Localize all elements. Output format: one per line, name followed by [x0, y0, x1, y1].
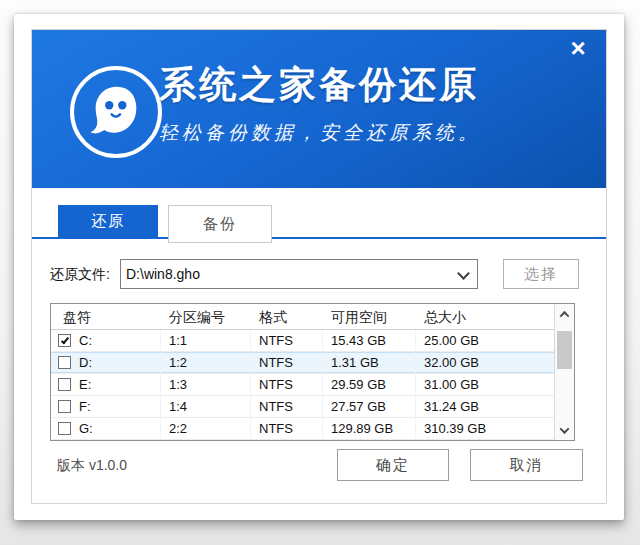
app-window: × 系统之家备份还原 轻松备份数据，安全还原系统。 还原 备份 还原文件: — [14, 14, 624, 520]
drive-cell: F: — [51, 396, 161, 417]
format-cell: NTFS — [251, 396, 323, 417]
tab-underline — [32, 237, 606, 239]
table-scrollbar[interactable] — [554, 304, 574, 440]
format-cell: NTFS — [251, 374, 323, 395]
close-icon: × — [570, 35, 585, 61]
scroll-up-icon — [560, 310, 570, 320]
check-icon — [60, 335, 68, 344]
ghost-icon — [85, 81, 147, 143]
total-size-cell: 25.00 GB — [416, 330, 532, 351]
table-row[interactable]: C:1:1NTFS15.43 GB25.00 GB — [51, 330, 574, 352]
partition-table-body: C:1:1NTFS15.43 GB25.00 GBD:1:2NTFS1.31 G… — [51, 330, 574, 440]
row-checkbox[interactable] — [58, 422, 71, 435]
format-cell: NTFS — [251, 418, 323, 439]
drive-cell: D: — [51, 352, 161, 373]
tab-restore[interactable]: 还原 — [58, 205, 158, 237]
app-logo — [70, 66, 162, 158]
app-title: 系统之家备份还原 — [159, 60, 481, 110]
tab-bar: 还原 备份 — [32, 205, 606, 245]
free-space-cell: 27.57 GB — [323, 396, 416, 417]
partition-table: 盘符 分区编号 格式 可用空间 总大小 C:1:1NTFS15.43 GB25.… — [50, 303, 575, 441]
version-label: 版本 v1.0.0 — [57, 449, 127, 481]
cancel-button[interactable]: 取消 — [470, 449, 583, 481]
row-checkbox[interactable] — [58, 356, 71, 369]
partition-cell: 1:4 — [161, 396, 251, 417]
format-cell: NTFS — [251, 352, 323, 373]
total-size-cell: 31.00 GB — [416, 374, 532, 395]
drive-label: G: — [79, 421, 93, 436]
restore-file-combobox[interactable]: D:\win8.gho — [120, 259, 478, 289]
content-panel: × 系统之家备份还原 轻松备份数据，安全还原系统。 还原 备份 还原文件: — [31, 29, 607, 504]
col-partition[interactable]: 分区编号 — [161, 304, 251, 329]
drive-label: F: — [79, 399, 91, 414]
drive-label: D: — [79, 355, 92, 370]
drive-label: C: — [79, 333, 92, 348]
total-size-cell: 310.39 GB — [416, 418, 532, 439]
partition-cell: 1:1 — [161, 330, 251, 351]
row-checkbox[interactable] — [58, 334, 71, 347]
table-header: 盘符 分区编号 格式 可用空间 总大小 — [51, 304, 574, 330]
ok-button[interactable]: 确定 — [337, 449, 449, 481]
table-row[interactable]: E:1:3NTFS29.59 GB31.00 GB — [51, 374, 574, 396]
app-header: × 系统之家备份还原 轻松备份数据，安全还原系统。 — [32, 30, 606, 188]
free-space-cell: 1.31 GB — [323, 352, 416, 373]
table-row[interactable]: D:1:2NTFS1.31 GB32.00 GB — [51, 352, 574, 374]
partition-cell: 1:2 — [161, 352, 251, 373]
scroll-up-button[interactable] — [555, 305, 574, 323]
drive-label: E: — [79, 377, 91, 392]
drive-cell: E: — [51, 374, 161, 395]
scrollbar-thumb[interactable] — [557, 331, 572, 369]
total-size-cell: 32.00 GB — [416, 352, 532, 373]
free-space-cell: 15.43 GB — [323, 330, 416, 351]
tab-backup[interactable]: 备份 — [168, 205, 272, 243]
restore-file-label: 还原文件: — [50, 259, 110, 289]
drive-cell: C: — [51, 330, 161, 351]
restore-file-row: 还原文件: D:\win8.gho 选择 — [32, 259, 606, 289]
free-space-cell: 129.89 GB — [323, 418, 416, 439]
format-cell: NTFS — [251, 330, 323, 351]
free-space-cell: 29.59 GB — [323, 374, 416, 395]
scroll-down-icon — [560, 424, 570, 434]
dropdown-chevron-icon[interactable] — [457, 267, 470, 280]
col-drive[interactable]: 盘符 — [51, 304, 161, 329]
col-free[interactable]: 可用空间 — [323, 304, 416, 329]
choose-file-button[interactable]: 选择 — [503, 259, 579, 289]
row-checkbox[interactable] — [58, 378, 71, 391]
partition-cell: 2:2 — [161, 418, 251, 439]
partition-cell: 1:3 — [161, 374, 251, 395]
table-row[interactable]: G:2:2NTFS129.89 GB310.39 GB — [51, 418, 574, 440]
table-row[interactable]: F:1:4NTFS27.57 GB31.24 GB — [51, 396, 574, 418]
app-subtitle: 轻松备份数据，安全还原系统。 — [159, 120, 481, 146]
footer: 版本 v1.0.0 确定 取消 — [32, 449, 606, 481]
row-checkbox[interactable] — [58, 400, 71, 413]
drive-cell: G: — [51, 418, 161, 439]
total-size-cell: 31.24 GB — [416, 396, 532, 417]
col-total[interactable]: 总大小 — [416, 304, 532, 329]
combobox-value: D:\win8.gho — [126, 260, 200, 288]
col-format[interactable]: 格式 — [251, 304, 323, 329]
scroll-down-button[interactable] — [555, 421, 574, 439]
close-button[interactable]: × — [564, 34, 592, 62]
header-titles: 系统之家备份还原 轻松备份数据，安全还原系统。 — [159, 60, 481, 146]
